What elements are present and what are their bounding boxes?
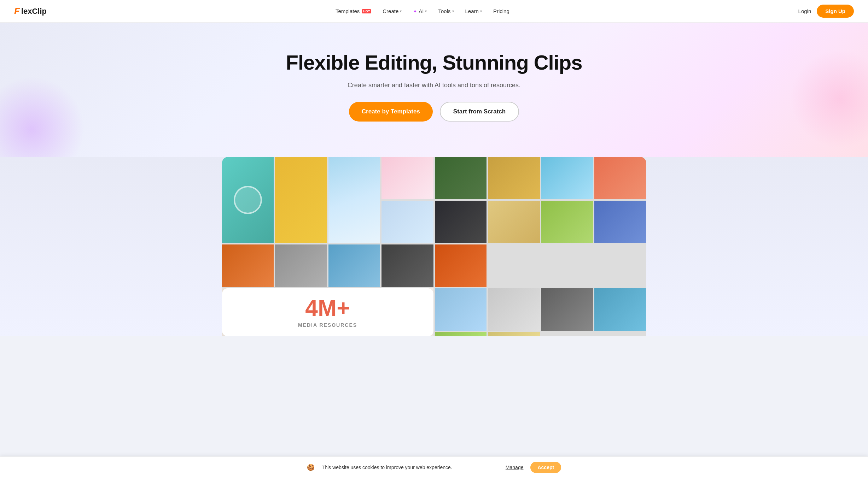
media-cell bbox=[594, 157, 646, 199]
media-cell bbox=[381, 157, 433, 199]
media-cell bbox=[594, 288, 646, 331]
ai-chevron-icon: ▾ bbox=[425, 9, 427, 13]
start-from-scratch-button[interactable]: Start from Scratch bbox=[440, 102, 519, 122]
nav-ai[interactable]: ✦ AI ▾ bbox=[413, 8, 427, 14]
media-cell bbox=[381, 201, 433, 243]
media-label: MEDIA RESOURCES bbox=[236, 322, 419, 328]
hero-section: Flexible Editing, Stunning Clips Create … bbox=[0, 23, 868, 157]
media-cell bbox=[488, 157, 540, 199]
media-cell bbox=[541, 201, 593, 243]
accept-cookies-button[interactable]: Accept bbox=[530, 462, 561, 473]
nav-tools-label: Tools bbox=[438, 8, 450, 14]
nav-pricing-label: Pricing bbox=[493, 8, 509, 14]
nav-create-label: Create bbox=[383, 8, 398, 14]
cookie-banner: 🍪 This website uses cookies to improve y… bbox=[0, 456, 868, 478]
signup-button[interactable]: Sign Up bbox=[817, 5, 854, 18]
media-cell bbox=[275, 244, 327, 287]
media-cell bbox=[541, 288, 593, 331]
media-cell bbox=[328, 157, 380, 243]
nav-learn-label: Learn bbox=[465, 8, 479, 14]
media-cell bbox=[381, 244, 433, 287]
media-cell bbox=[488, 288, 540, 331]
media-cell bbox=[488, 201, 540, 243]
logo[interactable]: FlexClip bbox=[14, 6, 47, 17]
media-section: 4M+ MEDIA RESOURCES bbox=[0, 157, 868, 336]
media-cell bbox=[541, 157, 593, 199]
nav-ai-label: AI bbox=[419, 8, 424, 14]
ai-star-icon: ✦ bbox=[413, 8, 417, 14]
navbar: FlexClip Templates HOT Create ▾ ✦ AI ▾ T… bbox=[0, 0, 868, 23]
hero-title: Flexible Editing, Stunning Clips bbox=[7, 51, 861, 75]
nav-templates[interactable]: Templates HOT bbox=[336, 8, 371, 14]
media-cell bbox=[435, 157, 487, 199]
create-chevron-icon: ▾ bbox=[400, 9, 402, 13]
media-cell bbox=[435, 332, 487, 336]
create-by-templates-button[interactable]: Create by Templates bbox=[349, 102, 433, 122]
cookie-message: This website uses cookies to improve you… bbox=[322, 465, 499, 470]
media-stat: 4M+ bbox=[236, 297, 419, 319]
media-grid: 4M+ MEDIA RESOURCES bbox=[222, 157, 646, 336]
media-cell bbox=[275, 157, 327, 243]
login-button[interactable]: Login bbox=[798, 8, 811, 14]
media-cell bbox=[488, 332, 540, 336]
media-overlay-card: 4M+ MEDIA RESOURCES bbox=[222, 288, 433, 336]
hero-subtitle: Create smarter and faster with AI tools … bbox=[7, 82, 861, 89]
nav-create[interactable]: Create ▾ bbox=[383, 8, 402, 14]
logo-text: lexClip bbox=[21, 7, 47, 16]
nav-learn[interactable]: Learn ▾ bbox=[465, 8, 482, 14]
media-cell bbox=[435, 201, 487, 243]
media-cell bbox=[435, 288, 487, 331]
nav-tools[interactable]: Tools ▾ bbox=[438, 8, 454, 14]
media-cell bbox=[435, 244, 487, 287]
nav-templates-label: Templates bbox=[336, 8, 360, 14]
nav-pricing[interactable]: Pricing bbox=[493, 8, 509, 14]
manage-cookies-button[interactable]: Manage bbox=[506, 465, 524, 470]
media-cell bbox=[594, 201, 646, 243]
media-grid-wrapper: 4M+ MEDIA RESOURCES bbox=[222, 157, 646, 336]
logo-f: F bbox=[14, 6, 20, 17]
tools-chevron-icon: ▾ bbox=[452, 9, 454, 13]
media-cell bbox=[328, 244, 380, 287]
nav-actions: Login Sign Up bbox=[798, 5, 854, 18]
nav-links: Templates HOT Create ▾ ✦ AI ▾ Tools ▾ Le… bbox=[336, 8, 509, 14]
media-cell bbox=[222, 157, 274, 243]
hot-badge: HOT bbox=[362, 9, 371, 13]
hero-buttons: Create by Templates Start from Scratch bbox=[7, 102, 861, 122]
cookie-icon: 🍪 bbox=[307, 464, 315, 471]
learn-chevron-icon: ▾ bbox=[480, 9, 482, 13]
media-cell bbox=[222, 244, 274, 287]
media-cell: 4M+ MEDIA RESOURCES bbox=[222, 288, 433, 336]
